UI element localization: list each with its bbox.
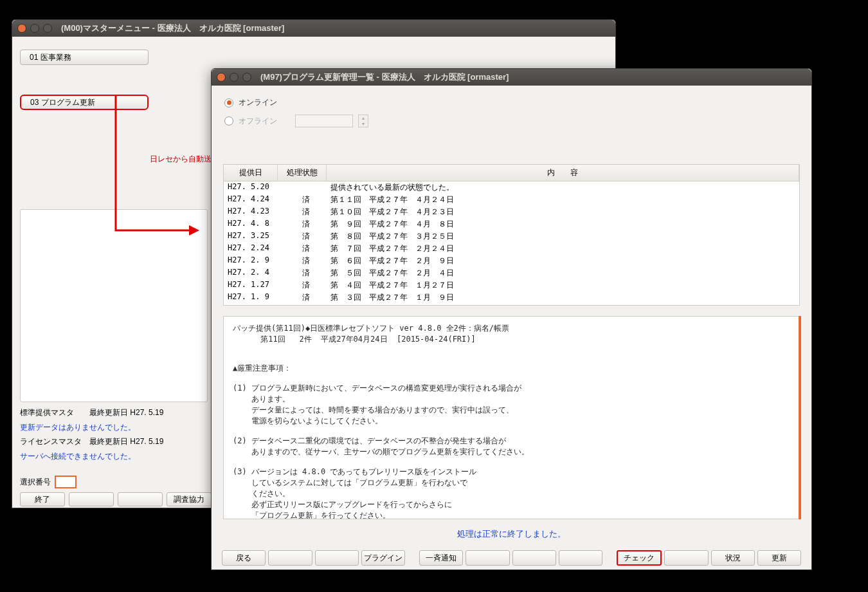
- cell-status: 済: [282, 243, 330, 254]
- status-message: 処理は正常に終了しました。: [217, 528, 806, 540]
- cell-content: 提供されている最新の状態でした。: [330, 182, 795, 193]
- cell-status: 済: [282, 280, 330, 291]
- table-header: 提供日 処理状態 内 容: [224, 165, 799, 181]
- check-button[interactable]: チェック: [617, 550, 662, 566]
- blank-button[interactable]: [315, 550, 359, 566]
- cell-date: H27. 2. 4: [228, 268, 282, 279]
- col-content: 内 容: [327, 165, 799, 181]
- cell-status: 済: [282, 207, 330, 217]
- cell-content: 第１１回 平成２７年 ４月２４日: [330, 194, 795, 205]
- radio-offline: オフライン ▴▾: [224, 115, 806, 127]
- minimize-icon[interactable]: [30, 24, 39, 33]
- back-list-panel: [20, 209, 208, 402]
- issei-button[interactable]: 一斉通知: [419, 550, 463, 566]
- cell-date: H27. 1. 9: [228, 292, 282, 303]
- program-update-window: (M97)プログラム更新管理一覧 - 医療法人 オルカ医院 [ormaster]…: [211, 68, 812, 570]
- scrollbar-highlight[interactable]: [799, 316, 801, 519]
- blank-button[interactable]: [559, 550, 602, 566]
- cell-date: H27. 1.27: [228, 280, 282, 291]
- cell-content: 第 ３回 平成２７年 １月 ９日: [330, 292, 795, 303]
- cell-content: 第 ９回 平成２７年 ４月 ８日: [330, 219, 795, 230]
- cell-status: 済: [282, 219, 330, 230]
- cell-date: H27. 3.25: [228, 231, 282, 242]
- close-icon[interactable]: [217, 73, 226, 82]
- menu-01-button[interactable]: 01 医事業務: [20, 50, 149, 65]
- select-number-label: 選択番号: [20, 477, 51, 488]
- cell-date: H27. 2. 9: [228, 255, 282, 266]
- cell-status: 済: [282, 194, 330, 205]
- cell-date: H27. 4.24: [228, 194, 282, 205]
- table-row[interactable]: H27. 4.24済第１１回 平成２７年 ４月２４日: [224, 194, 799, 206]
- table-row[interactable]: H27. 5.20提供されている最新の状態でした。: [224, 181, 799, 194]
- cell-date: H27. 2.24: [228, 243, 282, 254]
- back-button[interactable]: 戻る: [222, 550, 266, 566]
- table-row[interactable]: H27. 2. 4済第 ５回 平成２７年 ２月 ４日: [224, 267, 799, 279]
- select-number-input[interactable]: [55, 476, 77, 488]
- status-line-1: 標準提供マスタ 最終更新日 H27. 5.19: [20, 405, 213, 420]
- status-line-4: サーバへ接続できませんでした。: [20, 449, 213, 464]
- cell-status: 済: [282, 255, 330, 266]
- maximize-icon[interactable]: [43, 24, 52, 33]
- cell-date: H27. 4. 8: [228, 219, 282, 230]
- cell-date: H27. 4.23: [228, 207, 282, 217]
- button-bar: 戻る プラグイン 一斉通知 チェック 状況 更新: [222, 550, 801, 566]
- cell-status: 済: [282, 268, 330, 279]
- titlebar-back[interactable]: (M00)マスターメニュー - 医療法人 オルカ医院 [ormaster]: [12, 20, 615, 37]
- cell-status: [282, 182, 330, 193]
- table-row[interactable]: H27. 3.25済第 ８回 平成２７年 ３月２５日: [224, 230, 799, 243]
- status-lines: 標準提供マスタ 最終更新日 H27. 5.19 更新データはありませんでした。 …: [20, 405, 213, 464]
- cell-content: 第１０回 平成２７年 ４月２３日: [330, 207, 795, 217]
- maximize-icon[interactable]: [242, 73, 251, 82]
- table-row[interactable]: H27. 2. 9済第 ６回 平成２７年 ２月 ９日: [224, 255, 799, 267]
- cell-content: 第 ７回 平成２７年 ２月２４日: [330, 243, 795, 254]
- close-icon[interactable]: [17, 24, 26, 33]
- cell-content: 第 ５回 平成２７年 ２月 ４日: [330, 268, 795, 279]
- cell-status: 済: [282, 292, 330, 303]
- cell-date: H27. 5.20: [228, 182, 282, 193]
- radio-icon: [224, 116, 233, 125]
- minimize-icon[interactable]: [230, 73, 239, 82]
- update-table[interactable]: 提供日 処理状態 内 容 H27. 5.20提供されている最新の状態でした。H2…: [223, 164, 800, 306]
- status-line-2: 更新データはありませんでした。: [20, 420, 213, 435]
- table-row[interactable]: H27. 1.27済第 ４回 平成２７年 １月２７日: [224, 279, 799, 291]
- plugin-button[interactable]: プラグイン: [361, 550, 405, 566]
- radio-online[interactable]: オンライン: [224, 97, 806, 108]
- table-row[interactable]: H27. 1. 9済第 ３回 平成２７年 １月 ９日: [224, 291, 799, 304]
- menu-03-button[interactable]: 03 プログラム更新: [20, 95, 149, 110]
- cell-content: 第 ８回 平成２７年 ３月２５日: [330, 231, 795, 242]
- col-date: 提供日: [224, 165, 278, 181]
- blank-button[interactable]: [512, 550, 556, 566]
- cell-content: 第 ４回 平成２７年 １月２７日: [330, 280, 795, 291]
- cell-status: 済: [282, 231, 330, 242]
- blank-button[interactable]: [466, 550, 509, 566]
- table-row[interactable]: H27. 2.24済第 ７回 平成２７年 ２月２４日: [224, 243, 799, 255]
- window-title: (M00)マスターメニュー - 医療法人 オルカ医院 [ormaster]: [61, 23, 284, 34]
- cell-content: 第 ６回 平成２７年 ２月 ９日: [330, 255, 795, 266]
- exit-button[interactable]: 終了: [20, 492, 65, 506]
- detail-panel[interactable]: パッチ提供(第11回)◆日医標準レセプトソフト ver 4.8.0 全2件：病名…: [223, 316, 800, 519]
- window-title: (M97)プログラム更新管理一覧 - 医療法人 オルカ医院 [ormaster]: [260, 71, 509, 83]
- situation-button[interactable]: 状況: [711, 550, 755, 566]
- auto-send-note: 日レセから自動送: [150, 154, 212, 165]
- table-row[interactable]: H27. 4.23済第１０回 平成２７年 ４月２３日: [224, 206, 799, 218]
- radio-icon: [224, 98, 233, 107]
- table-row[interactable]: H27. 4. 8済第 ９回 平成２７年 ４月 ８日: [224, 218, 799, 230]
- status-line-3: ライセンスマスタ 最終更新日 H27. 5.19: [20, 434, 213, 449]
- titlebar-front[interactable]: (M97)プログラム更新管理一覧 - 医療法人 オルカ医院 [ormaster]: [212, 69, 811, 86]
- stepper-icon: ▴▾: [358, 115, 368, 127]
- survey-button[interactable]: 調査協力: [167, 492, 212, 506]
- col-status: 処理状態: [278, 165, 327, 181]
- offline-input: [295, 115, 353, 127]
- update-button[interactable]: 更新: [757, 550, 801, 566]
- blank-button-1[interactable]: [69, 492, 114, 506]
- blank-button[interactable]: [664, 550, 708, 566]
- blank-button[interactable]: [268, 550, 312, 566]
- blank-button-2[interactable]: [118, 492, 163, 506]
